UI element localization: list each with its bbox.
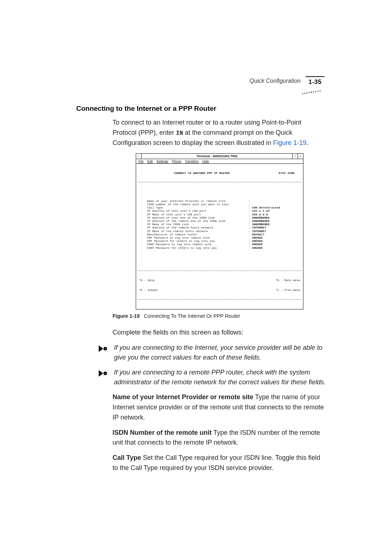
- terminal-config-row: Name of your Internet Provider or remote…: [138, 199, 302, 203]
- config-label: CHAP Password for others to log into you: [147, 246, 249, 250]
- config-value: INTERNET: [252, 230, 266, 233]
- terminal-config-row: Call Type: 64K Unrestricted: [138, 206, 302, 209]
- svg-marker-12: [99, 370, 103, 377]
- intro-paragraph: To connect to an Internet router or to a…: [113, 118, 327, 148]
- terminal-footer: ^E - Submit ^L - Prev menu: [138, 288, 302, 292]
- config-value: UNNUMBERED: [252, 216, 270, 219]
- config-label: IP Mask of the remote hosts network: [147, 230, 249, 233]
- config-label: Manufacturer of remote router: [147, 233, 249, 236]
- section-title: Connecting to the Internet or a PPP Rout…: [76, 105, 327, 113]
- svg-point-4: [311, 92, 312, 93]
- svg-point-3: [309, 92, 310, 93]
- system-menu-icon[interactable]: —: [136, 154, 142, 159]
- page-number: 1-35: [306, 76, 324, 86]
- note-text: If you are connecting to the Internet, y…: [114, 343, 327, 362]
- terminal-config-row: IP Mask of the ISDN link: UNNUMBERED: [138, 223, 302, 226]
- body-text-block: To connect to an Internet router or to a…: [113, 118, 327, 473]
- config-label: PAP Password for others to log into you: [147, 239, 249, 243]
- menu-item[interactable]: Settings: [156, 159, 168, 163]
- maximize-icon[interactable]: ▴: [298, 154, 303, 159]
- config-value: UNUSED: [252, 246, 263, 250]
- svg-point-1: [305, 93, 306, 94]
- config-value: INTERNET: [252, 226, 266, 229]
- config-value: 191.1.1.23: [252, 209, 270, 212]
- svg-marker-9: [99, 345, 103, 352]
- config-label: IP Address of this unit's LAN port: [147, 209, 249, 212]
- config-label: IP Address of this end of the ISDN link: [147, 216, 249, 219]
- page-header: Quick Configuration 1-35: [76, 76, 327, 86]
- terminal-config-row: PAP Password for others to log into you:…: [138, 239, 302, 243]
- svg-point-8: [320, 90, 321, 92]
- figure-link[interactable]: Figure 1-19: [273, 139, 306, 146]
- config-label: IP Mask of this unit's LAN port: [147, 213, 249, 216]
- svg-point-0: [302, 93, 303, 94]
- config-label: Name of your Internet Provider or remote…: [147, 199, 249, 203]
- divider: [138, 299, 301, 300]
- note-block: i If you are connecting to the Internet,…: [98, 343, 327, 362]
- minimize-icon[interactable]: ▾: [292, 154, 298, 159]
- field-description: ISDN Number of the remote unit Type the …: [113, 428, 327, 448]
- config-value: UNNUMBERED: [252, 219, 270, 223]
- info-arrow-icon: i: [98, 344, 107, 353]
- config-label: IP Address of the remote end of the ISDN…: [147, 219, 249, 223]
- terminal-config-row: PAP Password to log into remote site: UN…: [138, 236, 302, 239]
- config-value: DEFAULT: [252, 233, 265, 236]
- terminal-titlebar: — Terminal - WINDOWS.TRM ▾ ▴: [136, 154, 303, 159]
- terminal-window: — Terminal - WINDOWS.TRM ▾ ▴ File Edit S…: [136, 153, 303, 309]
- menu-item[interactable]: File: [138, 159, 144, 163]
- config-value: UNUSED: [252, 239, 263, 243]
- svg-point-6: [315, 91, 317, 92]
- note-text: If you are connecting to a remote PPP ro…: [114, 368, 327, 387]
- terminal-config-row: CHAP Password to log into remote site: U…: [138, 243, 302, 246]
- menu-item[interactable]: Help: [202, 159, 209, 163]
- terminal-figure: — Terminal - WINDOWS.TRM ▾ ▴ File Edit S…: [113, 153, 327, 309]
- field-description: Call Type Set the Call Type required for…: [113, 453, 327, 473]
- note-block: i If you are connecting to a remote PPP …: [98, 368, 327, 387]
- screen-title-left: CONNECT TO ANOTHER PPP IP ROUTER: [174, 171, 230, 175]
- config-label: PAP Password to log into remote site: [147, 236, 249, 239]
- terminal-config-row: IP Address of this unit's LAN port: 191.…: [138, 209, 302, 212]
- page-root: Quick Configuration 1-35 Connecting to t…: [0, 0, 392, 515]
- terminal-title: Terminal - WINDOWS.TRM: [142, 154, 292, 158]
- terminal-config-row: IP Address of the remote end of the ISDN…: [138, 219, 302, 223]
- svg-point-7: [318, 91, 319, 92]
- config-value: UNUSED: [252, 243, 263, 246]
- terminal-config-row: IP Address of this end of the ISDN link:…: [138, 216, 302, 219]
- config-value: 64K Unrestricted: [252, 206, 280, 209]
- config-value: UNUSED: [252, 236, 263, 239]
- config-label: CHAP Password to log into remote site: [147, 243, 249, 246]
- dots-logo: [76, 89, 327, 97]
- terminal-config-row: IP Mask of this unit's LAN port: 255.0.0…: [138, 213, 302, 216]
- config-label: ISDN number of the remote unit you want …: [147, 203, 249, 206]
- menu-item[interactable]: Phone: [172, 159, 181, 163]
- config-label: IP Address of the remote hosts network: [147, 226, 249, 229]
- config-label: IP Mask of the ISDN link: [147, 223, 249, 226]
- divider: [138, 271, 301, 271]
- code-inline: IN: [176, 130, 183, 137]
- svg-point-5: [313, 92, 314, 93]
- completion-text: Complete the fields on this screen as fo…: [113, 328, 327, 338]
- terminal-menubar: File Edit Settings Phone Transfers Help: [136, 159, 303, 164]
- terminal-body: CONNECT TO ANOTHER PPP IP ROUTER ETSI IS…: [136, 164, 303, 309]
- config-label: Call Type: [147, 206, 249, 209]
- svg-point-2: [307, 93, 308, 94]
- screen-title-right: ETSI ISDN: [279, 171, 294, 175]
- config-value: 255.0.0.0: [252, 213, 268, 216]
- terminal-config-row: Manufacturer of remote router: DEFAULT: [138, 233, 302, 236]
- divider: [138, 182, 301, 182]
- terminal-config-row: ISDN number of the remote unit you want …: [138, 203, 302, 206]
- terminal-config-row: IP Address of the remote hosts network: …: [138, 226, 302, 229]
- menu-item[interactable]: Edit: [147, 159, 153, 163]
- config-value: UNNUMBERED: [252, 223, 270, 226]
- terminal-config-row: CHAP Password for others to log into you…: [138, 246, 302, 250]
- menu-item[interactable]: Transfers: [185, 159, 199, 163]
- field-description: Name of your Internet Provider or remote…: [113, 392, 327, 423]
- header-section-label: Quick Configuration: [249, 78, 301, 84]
- info-arrow-icon: i: [98, 369, 107, 378]
- terminal-footer: ^U - Help ^G - Main menu: [138, 279, 302, 282]
- terminal-config-row: IP Mask of the remote hosts network: INT…: [138, 230, 302, 233]
- figure-caption: Figure 1-19 Connecting To The Internet O…: [113, 312, 327, 320]
